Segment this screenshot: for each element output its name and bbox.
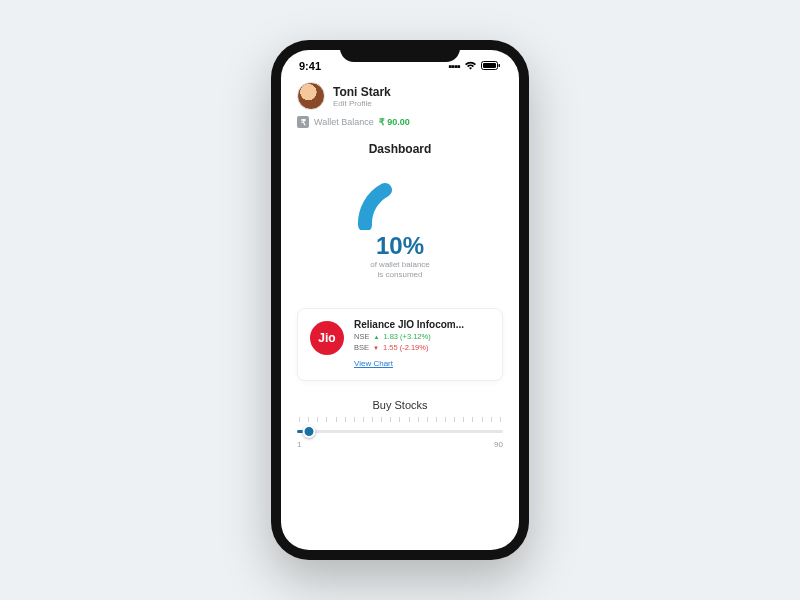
slider-thumb[interactable] [303,425,316,438]
profile-name: Toni Stark [333,85,391,99]
gauge-subtitle: of wallet balance is consumed [370,260,430,280]
wallet-row: ₹ Wallet Balance ₹ 90.00 [297,116,503,128]
phone-frame: 9:41 ▪▪▪▪ Toni Stark Edit Profile [271,40,529,560]
edit-profile-link[interactable]: Edit Profile [333,99,391,108]
view-chart-link[interactable]: View Chart [354,359,393,368]
stock-name: Reliance JIO Infocom... [354,319,490,330]
gauge-arc [345,170,455,230]
slider-track[interactable] [297,424,503,438]
avatar[interactable] [297,82,325,110]
stock-bse-row: BSE ▼ 1.55 (-2.19%) [354,343,490,352]
slider-max: 90 [494,440,503,449]
slider-min: 1 [297,440,301,449]
gauge-section: 10% of wallet balance is consumed [297,170,503,280]
wallet-icon: ₹ [297,116,309,128]
profile-section[interactable]: Toni Stark Edit Profile [297,82,503,110]
gauge-percent: 10% [376,232,424,260]
buy-stocks-title: Buy Stocks [297,399,503,411]
signal-icon: ▪▪▪▪ [448,60,460,72]
battery-icon [481,60,501,72]
down-triangle-icon: ▼ [373,345,379,351]
screen: 9:41 ▪▪▪▪ Toni Stark Edit Profile [281,50,519,550]
buy-slider[interactable]: 1 90 [297,417,503,449]
stock-nse-row: NSE ▲ 1.83 (+3.12%) [354,332,490,341]
wallet-label: Wallet Balance [314,117,374,127]
wifi-icon [464,60,477,72]
up-triangle-icon: ▲ [373,334,379,340]
status-indicators: ▪▪▪▪ [448,60,501,72]
svg-rect-2 [499,64,501,67]
stock-card[interactable]: Jio Reliance JIO Infocom... NSE ▲ 1.83 (… [297,308,503,381]
notch [340,40,460,62]
wallet-amount: ₹ 90.00 [379,117,410,127]
stock-logo: Jio [310,321,344,355]
dashboard-title: Dashboard [297,142,503,156]
svg-rect-1 [483,63,496,68]
status-time: 9:41 [299,60,321,72]
slider-ticks [297,417,503,422]
